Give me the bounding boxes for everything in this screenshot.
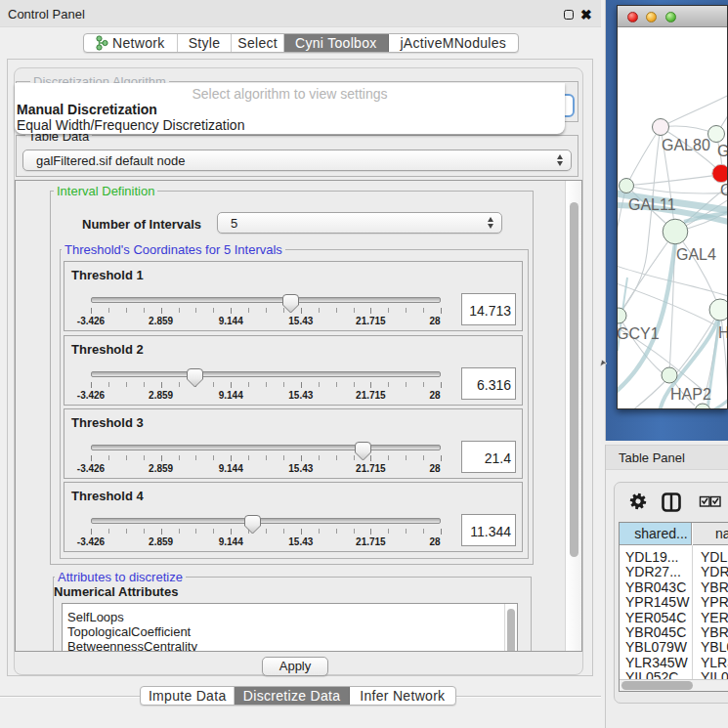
svg-text:GAL80: GAL80 (662, 137, 710, 153)
svg-text:C: C (720, 182, 727, 198)
svg-text:G: G (717, 143, 727, 159)
svg-text:HAP2: HAP2 (670, 386, 711, 403)
svg-text:GCY1: GCY1 (618, 325, 660, 342)
svg-text:GAL11: GAL11 (628, 196, 676, 213)
svg-text:GAL4: GAL4 (676, 246, 716, 263)
svg-text:H: H (718, 324, 727, 341)
